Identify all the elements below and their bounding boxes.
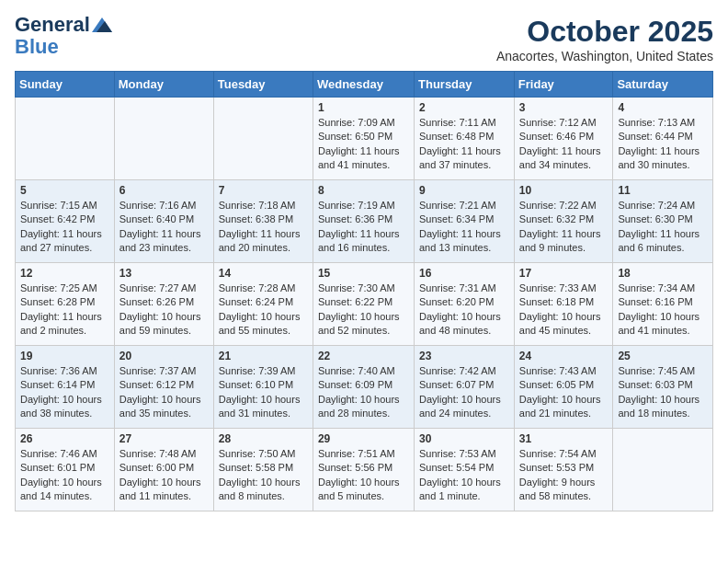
- header-day-sunday: Sunday: [16, 72, 115, 98]
- calendar-table: SundayMondayTuesdayWednesdayThursdayFrid…: [15, 71, 713, 511]
- day-number: 21: [219, 350, 308, 362]
- day-info: Sunrise: 7:39 AM Sunset: 6:10 PM Dayligh…: [219, 364, 308, 421]
- day-number: 12: [20, 267, 109, 280]
- day-number: 22: [318, 350, 409, 362]
- day-number: 14: [219, 267, 308, 280]
- title-block: October 2025 Anacortes, Washington, Unit…: [496, 15, 713, 63]
- logo-blue: Blue: [15, 35, 59, 59]
- calendar-cell: 30Sunrise: 7:53 AM Sunset: 5:54 PM Dayli…: [415, 429, 515, 511]
- calendar-week-4: 19Sunrise: 7:36 AM Sunset: 6:14 PM Dayli…: [16, 346, 713, 429]
- month-title: October 2025: [496, 15, 713, 49]
- calendar-cell: [213, 98, 313, 180]
- calendar-cell: [16, 98, 115, 180]
- header-day-tuesday: Tuesday: [213, 72, 313, 98]
- calendar-cell: 12Sunrise: 7:25 AM Sunset: 6:28 PM Dayli…: [16, 263, 115, 346]
- day-number: 3: [519, 101, 609, 114]
- calendar-cell: 3Sunrise: 7:12 AM Sunset: 6:46 PM Daylig…: [514, 98, 613, 180]
- header-row: SundayMondayTuesdayWednesdayThursdayFrid…: [16, 72, 713, 98]
- day-info: Sunrise: 7:28 AM Sunset: 6:24 PM Dayligh…: [219, 282, 308, 339]
- day-info: Sunrise: 7:42 AM Sunset: 6:07 PM Dayligh…: [419, 364, 509, 421]
- calendar-cell: 19Sunrise: 7:36 AM Sunset: 6:14 PM Dayli…: [16, 346, 115, 429]
- calendar-cell: 22Sunrise: 7:40 AM Sunset: 6:09 PM Dayli…: [313, 346, 414, 429]
- day-number: 17: [519, 267, 609, 280]
- day-info: Sunrise: 7:37 AM Sunset: 6:12 PM Dayligh…: [119, 364, 209, 421]
- calendar-cell: 17Sunrise: 7:33 AM Sunset: 6:18 PM Dayli…: [514, 263, 613, 346]
- day-number: 27: [119, 432, 209, 445]
- day-number: 25: [618, 350, 708, 362]
- day-info: Sunrise: 7:30 AM Sunset: 6:22 PM Dayligh…: [318, 282, 409, 339]
- day-info: Sunrise: 7:34 AM Sunset: 6:16 PM Dayligh…: [618, 282, 708, 339]
- day-info: Sunrise: 7:46 AM Sunset: 6:01 PM Dayligh…: [20, 447, 109, 504]
- calendar-header: SundayMondayTuesdayWednesdayThursdayFrid…: [16, 72, 713, 98]
- calendar-cell: 23Sunrise: 7:42 AM Sunset: 6:07 PM Dayli…: [415, 346, 515, 429]
- header-day-wednesday: Wednesday: [313, 72, 414, 98]
- calendar-cell: 14Sunrise: 7:28 AM Sunset: 6:24 PM Dayli…: [213, 263, 313, 346]
- day-info: Sunrise: 7:48 AM Sunset: 6:00 PM Dayligh…: [119, 447, 209, 504]
- day-info: Sunrise: 7:18 AM Sunset: 6:38 PM Dayligh…: [219, 199, 308, 256]
- day-info: Sunrise: 7:21 AM Sunset: 6:34 PM Dayligh…: [419, 199, 509, 256]
- day-info: Sunrise: 7:15 AM Sunset: 6:42 PM Dayligh…: [20, 199, 109, 256]
- calendar-cell: 2Sunrise: 7:11 AM Sunset: 6:48 PM Daylig…: [415, 98, 515, 180]
- day-number: 4: [618, 101, 708, 114]
- day-info: Sunrise: 7:43 AM Sunset: 6:05 PM Dayligh…: [519, 364, 609, 421]
- day-info: Sunrise: 7:36 AM Sunset: 6:14 PM Dayligh…: [20, 364, 109, 421]
- header-day-saturday: Saturday: [613, 72, 713, 98]
- day-number: 31: [519, 432, 609, 445]
- calendar-cell: 27Sunrise: 7:48 AM Sunset: 6:00 PM Dayli…: [114, 429, 213, 511]
- day-number: 20: [119, 350, 209, 362]
- calendar-cell: [613, 429, 713, 511]
- calendar-cell: 8Sunrise: 7:19 AM Sunset: 6:36 PM Daylig…: [313, 180, 414, 263]
- day-number: 9: [419, 184, 509, 197]
- day-info: Sunrise: 7:33 AM Sunset: 6:18 PM Dayligh…: [519, 282, 609, 339]
- day-number: 19: [20, 350, 109, 362]
- calendar-cell: 26Sunrise: 7:46 AM Sunset: 6:01 PM Dayli…: [16, 429, 115, 511]
- day-number: 26: [20, 432, 109, 445]
- logo-icon: [92, 17, 112, 32]
- page-header: General Blue October 2025 Anacortes, Was…: [15, 15, 713, 63]
- calendar-week-2: 5Sunrise: 7:15 AM Sunset: 6:42 PM Daylig…: [16, 180, 713, 263]
- logo-general: General: [15, 15, 90, 35]
- day-info: Sunrise: 7:13 AM Sunset: 6:44 PM Dayligh…: [618, 116, 708, 173]
- day-info: Sunrise: 7:31 AM Sunset: 6:20 PM Dayligh…: [419, 282, 509, 339]
- calendar-cell: 13Sunrise: 7:27 AM Sunset: 6:26 PM Dayli…: [114, 263, 213, 346]
- location: Anacortes, Washington, United States: [496, 49, 713, 63]
- day-info: Sunrise: 7:22 AM Sunset: 6:32 PM Dayligh…: [519, 199, 609, 256]
- calendar-cell: 11Sunrise: 7:24 AM Sunset: 6:30 PM Dayli…: [613, 180, 713, 263]
- calendar-cell: 10Sunrise: 7:22 AM Sunset: 6:32 PM Dayli…: [514, 180, 613, 263]
- day-number: 15: [318, 267, 409, 280]
- day-number: 30: [419, 432, 509, 445]
- day-number: 6: [119, 184, 209, 197]
- day-info: Sunrise: 7:12 AM Sunset: 6:46 PM Dayligh…: [519, 116, 609, 173]
- day-number: 13: [119, 267, 209, 280]
- day-info: Sunrise: 7:40 AM Sunset: 6:09 PM Dayligh…: [318, 364, 409, 421]
- calendar-cell: 4Sunrise: 7:13 AM Sunset: 6:44 PM Daylig…: [613, 98, 713, 180]
- calendar-week-3: 12Sunrise: 7:25 AM Sunset: 6:28 PM Dayli…: [16, 263, 713, 346]
- day-info: Sunrise: 7:45 AM Sunset: 6:03 PM Dayligh…: [618, 364, 708, 421]
- day-number: 11: [618, 184, 708, 197]
- day-info: Sunrise: 7:54 AM Sunset: 5:53 PM Dayligh…: [519, 447, 609, 504]
- calendar-cell: [114, 98, 213, 180]
- header-day-monday: Monday: [114, 72, 213, 98]
- day-number: 5: [20, 184, 109, 197]
- day-number: 7: [219, 184, 308, 197]
- day-info: Sunrise: 7:53 AM Sunset: 5:54 PM Dayligh…: [419, 447, 509, 504]
- day-number: 10: [519, 184, 609, 197]
- day-info: Sunrise: 7:27 AM Sunset: 6:26 PM Dayligh…: [119, 282, 209, 339]
- calendar-week-5: 26Sunrise: 7:46 AM Sunset: 6:01 PM Dayli…: [16, 429, 713, 511]
- calendar-cell: 25Sunrise: 7:45 AM Sunset: 6:03 PM Dayli…: [613, 346, 713, 429]
- day-info: Sunrise: 7:19 AM Sunset: 6:36 PM Dayligh…: [318, 199, 409, 256]
- calendar-cell: 20Sunrise: 7:37 AM Sunset: 6:12 PM Dayli…: [114, 346, 213, 429]
- day-number: 24: [519, 350, 609, 362]
- calendar-cell: 21Sunrise: 7:39 AM Sunset: 6:10 PM Dayli…: [213, 346, 313, 429]
- day-number: 18: [618, 267, 708, 280]
- calendar-cell: 1Sunrise: 7:09 AM Sunset: 6:50 PM Daylig…: [313, 98, 414, 180]
- header-day-friday: Friday: [514, 72, 613, 98]
- day-number: 2: [419, 101, 509, 114]
- day-info: Sunrise: 7:16 AM Sunset: 6:40 PM Dayligh…: [119, 199, 209, 256]
- calendar-cell: 29Sunrise: 7:51 AM Sunset: 5:56 PM Dayli…: [313, 429, 414, 511]
- day-number: 16: [419, 267, 509, 280]
- header-day-thursday: Thursday: [415, 72, 515, 98]
- day-info: Sunrise: 7:11 AM Sunset: 6:48 PM Dayligh…: [419, 116, 509, 173]
- calendar-cell: 28Sunrise: 7:50 AM Sunset: 5:58 PM Dayli…: [213, 429, 313, 511]
- calendar-cell: 31Sunrise: 7:54 AM Sunset: 5:53 PM Dayli…: [514, 429, 613, 511]
